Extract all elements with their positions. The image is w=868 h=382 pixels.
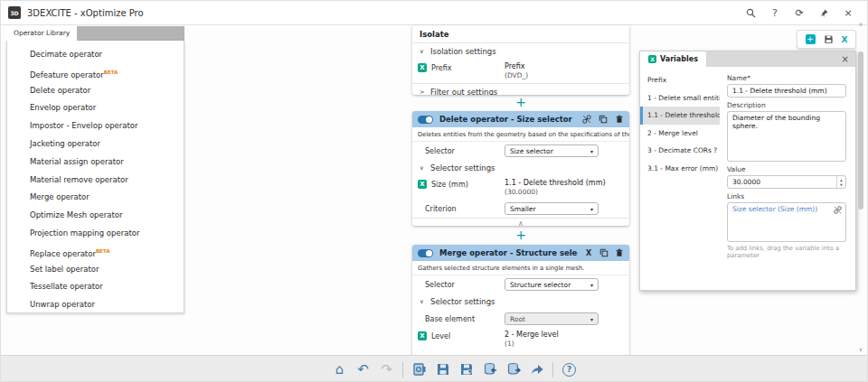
scroll-up-icon[interactable]: ∧ <box>855 21 866 27</box>
close-icon[interactable]: × <box>842 6 854 19</box>
save-variables-button[interactable] <box>824 34 834 44</box>
description-field[interactable]: Diameter of the bounding sphere. <box>727 111 846 162</box>
variable-item[interactable]: 1 - Delete small entitie... <box>640 89 720 107</box>
trash-icon[interactable] <box>615 248 624 258</box>
selector-row: Selector Size selector ▾ <box>412 142 629 160</box>
chevron-down-icon: ∨ <box>420 164 426 172</box>
undo-icon[interactable]: ↶ <box>353 359 373 379</box>
search-icon[interactable] <box>744 6 757 19</box>
unlink-variables-icon[interactable] <box>581 115 591 125</box>
operator-item-defeature[interactable]: Defeature operatorBETA <box>7 64 184 82</box>
enable-toggle[interactable] <box>418 249 433 257</box>
operator-item-merge[interactable]: Merge operator <box>7 189 184 207</box>
app-logo: 3D <box>8 6 21 19</box>
tab-operator-library[interactable]: Operator Library <box>6 26 77 41</box>
value-stepper[interactable]: ▴ ▾ <box>836 176 845 188</box>
selector-dropdown[interactable]: Structure selector ▾ <box>505 278 599 291</box>
operator-item-material-assign[interactable]: Material assign operator <box>7 154 184 172</box>
variables-list: Prefix 1 - Delete small entitie... 1.1 -… <box>640 67 720 290</box>
operator-item-set-label[interactable]: Set label operator <box>7 261 184 279</box>
export-database-icon[interactable] <box>503 359 524 379</box>
value-field[interactable]: 30.0000 <box>727 175 846 189</box>
variable-link-icon[interactable]: X <box>418 63 427 72</box>
operator-item-unwrap[interactable]: Unwrap operator <box>7 296 184 313</box>
close-icon[interactable]: × <box>842 54 855 64</box>
variable-item[interactable]: Prefix <box>640 71 720 89</box>
operator-item-material-remove[interactable]: Material remove operator <box>7 172 184 190</box>
app-title: 3DEXCITE - xOptimize Pro <box>27 8 144 18</box>
operator-item-delete[interactable]: Delete operator <box>7 82 184 100</box>
add-operator-button[interactable]: + <box>412 228 629 242</box>
variables-tab-strip: X Variables × <box>640 51 855 67</box>
save-icon[interactable] <box>432 359 453 379</box>
redo-icon[interactable]: ↷ <box>376 359 397 379</box>
variable-item[interactable]: 3 - Decimate CORs ? <box>640 142 720 160</box>
link-entry[interactable]: Size selector (Size (mm)) <box>732 205 817 213</box>
save-as-icon[interactable] <box>456 359 476 379</box>
variable-link-icon[interactable]: X <box>418 331 427 340</box>
operator-item-jacketing[interactable]: Jacketing operator <box>7 135 184 154</box>
chevron-down-icon: ∨ <box>420 48 426 55</box>
variable-link-icon[interactable]: X <box>418 180 427 189</box>
add-variable-button[interactable]: + <box>806 34 816 44</box>
variables-icon: X <box>648 55 656 63</box>
merge-card-description: Gathers selected structure elements in a… <box>412 261 629 275</box>
share-icon[interactable] <box>526 359 547 379</box>
isolation-settings-section[interactable]: ∨ Isolation settings <box>412 43 629 60</box>
refresh-icon[interactable]: ⟳ <box>793 6 806 19</box>
selector-settings-section[interactable]: ∨ Selector settings <box>412 293 629 310</box>
variable-item-selected[interactable]: 1.1 - Delete threshold (... <box>640 107 720 125</box>
tab-variables[interactable]: X Variables <box>640 51 706 67</box>
operator-item-replace[interactable]: Replace operatorBETA <box>7 243 184 261</box>
size-value[interactable]: 1.1 - Delete threshold (mm)(30.0000) <box>505 179 606 197</box>
home-icon[interactable]: ⌂ <box>329 359 350 379</box>
enable-toggle[interactable] <box>418 116 433 124</box>
step-down-icon[interactable]: ▾ <box>840 182 842 187</box>
duplicate-icon[interactable] <box>598 115 608 125</box>
scroll-down-icon[interactable]: ∨ <box>855 346 866 352</box>
delete-operator-card: Delete operator - Size selector Deletes … <box>412 111 629 226</box>
trash-icon[interactable] <box>614 115 624 125</box>
operator-list: Decimate operator Defeature operatorBETA… <box>6 41 184 313</box>
dropdown-caret-icon: ▾ <box>590 316 593 322</box>
operator-item-optimize-mesh[interactable]: Optimize Mesh operator <box>7 207 184 225</box>
variable-form: Name* 1.1 - Delete threshold (mm) Descri… <box>720 67 855 290</box>
beta-badge: BETA <box>96 248 110 254</box>
help-icon[interactable]: ? <box>769 6 781 19</box>
description-label: Description <box>727 101 846 109</box>
operator-item-projection-mapping[interactable]: Projection mapping operator <box>7 225 184 243</box>
selector-dropdown[interactable]: Size selector ▾ <box>505 144 599 157</box>
operator-item-envelop[interactable]: Envelop operator <box>7 99 184 117</box>
title-bar: 3D 3DEXCITE - xOptimize Pro ? ⟳ × <box>1 1 868 25</box>
selector-settings-section[interactable]: ∨ Selector settings <box>412 160 629 176</box>
vertical-scrollbar[interactable]: ∧ ∨ <box>855 26 866 354</box>
scrollbar-thumb[interactable] <box>858 51 863 210</box>
unlink-icon[interactable] <box>834 206 842 216</box>
variables-x-icon[interactable]: X <box>584 248 593 258</box>
level-value[interactable]: 2 - Merge level(1) <box>505 331 559 349</box>
level-param-row: X Level 2 - Merge level(1) <box>412 328 629 351</box>
main-toolbar: ⌂ ↶ ↷ ? <box>329 359 580 379</box>
operator-item-decimate[interactable]: Decimate operator <box>7 46 184 64</box>
dropdown-caret-icon: ▾ <box>590 206 593 212</box>
pin-icon[interactable] <box>817 6 830 19</box>
filter-out-settings-section[interactable]: > Filter out settings <box>412 83 629 95</box>
package-icon[interactable] <box>409 359 429 379</box>
variable-item[interactable]: 3.1 - Max error (mm) (0... <box>640 160 720 178</box>
help-icon[interactable]: ? <box>559 359 580 379</box>
import-database-icon[interactable] <box>479 359 500 379</box>
operator-library-panel: Operator Library Decimate operator Defea… <box>6 26 184 313</box>
criterion-dropdown[interactable]: Smaller ▾ <box>505 202 599 215</box>
operator-item-tessellate[interactable]: Tessellate operator <box>7 278 184 296</box>
duplicate-icon[interactable] <box>599 248 609 258</box>
name-field[interactable]: 1.1 - Delete threshold (mm) <box>727 84 846 98</box>
collapse-card-button[interactable]: ∧ <box>412 218 629 226</box>
operator-item-impostor-envelop[interactable]: Impostor - Envelop operator <box>7 117 184 135</box>
variable-item[interactable]: 2 - Merge level <box>640 125 720 143</box>
merge-operator-card: Merge operator - Structure selector X Ga… <box>412 245 629 356</box>
prefix-value[interactable]: Prefix(DVD_) <box>505 62 528 80</box>
add-operator-button[interactable]: + <box>412 95 629 109</box>
links-label: Links <box>727 192 846 200</box>
base-element-dropdown[interactable]: Root ▾ <box>505 312 599 325</box>
delete-variable-button[interactable]: X <box>842 35 848 44</box>
